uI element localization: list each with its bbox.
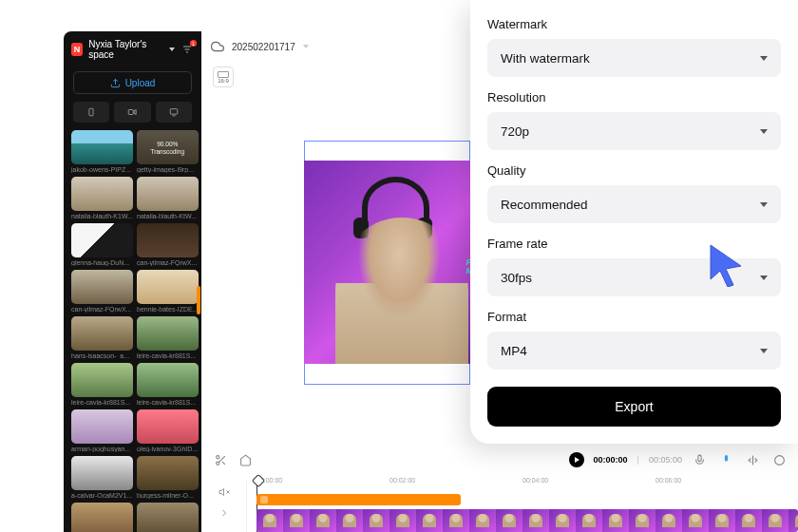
voiceover-icon[interactable] xyxy=(718,452,733,467)
timeline-tools xyxy=(201,481,247,532)
duration: 00:05:00 xyxy=(649,455,682,465)
media-item[interactable]: bennie-bates-IZDE... xyxy=(137,270,199,313)
watermark-label: Watermark xyxy=(487,17,781,31)
scroll-indicator[interactable] xyxy=(197,286,200,314)
watermark-select[interactable]: With watermark xyxy=(487,39,781,77)
framerate-select[interactable]: 30fps xyxy=(487,258,781,296)
svg-point-10 xyxy=(216,462,218,465)
svg-rect-13 xyxy=(697,455,700,462)
media-item[interactable]: a-calvar-OcaM2V1... xyxy=(71,456,133,499)
media-item[interactable]: jakob-owens-PIPZ... xyxy=(71,130,133,173)
tab-device[interactable] xyxy=(73,102,109,123)
project-name[interactable]: 202502201717 xyxy=(232,42,295,52)
svg-rect-7 xyxy=(170,109,178,114)
svg-point-16 xyxy=(774,455,784,465)
media-item[interactable]: can-yilmaz-FQrwX... xyxy=(137,223,199,266)
video-preview[interactable]: PRM xyxy=(304,161,481,364)
media-item[interactable]: leire-cavia-kr881S... xyxy=(137,363,199,406)
workspace-header[interactable]: N Nyxia Taylor's space 1 xyxy=(64,31,201,67)
resolution-label: Resolution xyxy=(487,90,781,104)
transcoding-overlay: 90.00%Transcoding xyxy=(137,130,199,164)
upload-label: Upload xyxy=(125,78,156,88)
mic-icon[interactable] xyxy=(692,452,707,467)
split-icon[interactable] xyxy=(745,452,760,467)
format-select[interactable]: MP4 xyxy=(487,332,781,370)
media-item[interactable]: leire-cavia-kr881S... xyxy=(137,316,199,359)
resolution-select[interactable]: 720p xyxy=(487,112,781,150)
time-ruler[interactable]: 00:00:00 00:02:00 00:04:00 00:06:00 xyxy=(251,477,798,490)
format-label: Format xyxy=(487,310,781,324)
media-item[interactable]: 90.00%Transcodinggetty-images-i9rp... xyxy=(137,130,199,173)
chevron-down-icon xyxy=(760,349,768,353)
media-sidebar: N Nyxia Taylor's space 1 Upload jakob-ow… xyxy=(64,31,201,532)
svg-marker-17 xyxy=(219,489,224,496)
export-panel: Watermark With watermark Resolution 720p… xyxy=(470,0,798,444)
player-toolbar: 00:00:00 | 00:05:00 xyxy=(201,443,798,477)
media-item[interactable]: glenna-haug-DuN... xyxy=(71,223,133,266)
media-item[interactable]: natalia-blauth-KtW... xyxy=(137,177,199,219)
filter-icon[interactable]: 1 xyxy=(180,43,194,56)
framerate-label: Frame rate xyxy=(487,237,781,251)
chevron-down-icon xyxy=(760,56,768,61)
timeline[interactable]: 00:00:00 00:02:00 00:04:00 00:06:00 xyxy=(201,477,798,532)
settings-icon[interactable] xyxy=(771,452,787,467)
export-button[interactable]: Export xyxy=(487,387,781,427)
media-item[interactable]: hans-isaacson-_a... xyxy=(71,316,133,359)
cloud-icon xyxy=(211,40,224,53)
svg-marker-6 xyxy=(135,110,137,115)
media-item[interactable]: burgess-milner-O... xyxy=(137,456,199,499)
media-item[interactable]: leire-cavia-kr881S... xyxy=(71,363,133,406)
cut-icon[interactable] xyxy=(213,452,228,467)
chevron-down-icon[interactable] xyxy=(303,45,309,48)
aspect-ratio-button[interactable]: 16:9 xyxy=(213,66,234,87)
media-type-tabs xyxy=(64,102,201,130)
media-item[interactable]: natalia-blauth-K1W... xyxy=(71,177,133,219)
media-item[interactable]: oleg-ivanov-3GhID... xyxy=(137,409,199,452)
chevron-down-icon xyxy=(760,276,768,280)
arrow-right-icon[interactable] xyxy=(215,504,234,522)
chevron-down-icon xyxy=(760,129,768,134)
audio-clip[interactable] xyxy=(256,494,461,505)
chevron-down-icon xyxy=(169,48,175,51)
svg-rect-4 xyxy=(89,108,93,116)
svg-point-9 xyxy=(216,455,218,458)
quality-label: Quality xyxy=(487,163,781,178)
media-item[interactable] xyxy=(137,503,199,532)
quality-select[interactable]: Recommended xyxy=(487,185,781,223)
home-icon[interactable] xyxy=(238,452,253,467)
brand-badge: N xyxy=(71,43,83,56)
media-item[interactable]: can-yilmaz-FQrwX... xyxy=(71,270,133,313)
media-grid: jakob-owens-PIPZ... 90.00%Transcodingget… xyxy=(64,130,201,532)
workspace-name: Nyxia Taylor's space xyxy=(88,39,163,60)
play-button[interactable] xyxy=(569,452,584,467)
upload-button[interactable]: Upload xyxy=(73,71,192,94)
current-time: 00:00:00 xyxy=(594,455,628,465)
mute-icon[interactable] xyxy=(215,483,234,502)
svg-rect-5 xyxy=(129,110,134,115)
notification-badge: 1 xyxy=(190,40,197,47)
tab-video[interactable] xyxy=(114,102,150,123)
svg-rect-14 xyxy=(724,455,727,462)
tab-screen[interactable] xyxy=(156,102,192,123)
chevron-down-icon xyxy=(760,202,768,207)
media-item[interactable] xyxy=(71,503,133,532)
svg-line-12 xyxy=(221,461,224,464)
video-clip[interactable] xyxy=(256,509,798,532)
media-item[interactable]: arman-poghosyan... xyxy=(71,409,133,452)
